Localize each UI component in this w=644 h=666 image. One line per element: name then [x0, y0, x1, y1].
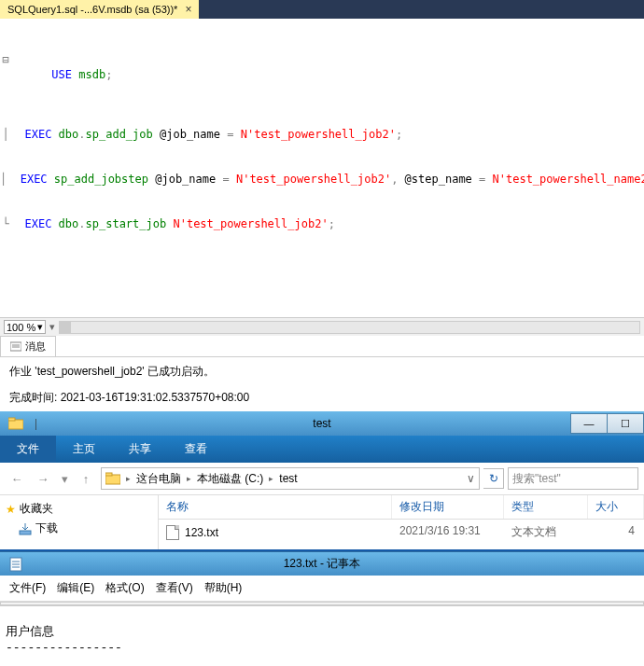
messages-panel: 作业 'test_powershell_job2' 已成功启动。 完成时间: 2…	[0, 357, 644, 411]
breadcrumb-folder[interactable]: test	[279, 472, 297, 485]
sql-tab-bar: SQLQuery1.sql -...6V.msdb (sa (53))* ×	[0, 0, 644, 19]
sql-query-tab[interactable]: SQLQuery1.sql -...6V.msdb (sa (53))* ×	[0, 0, 199, 19]
ribbon-home-tab[interactable]: 主页	[56, 436, 112, 463]
explorer-file-list: 名称 修改日期 类型 大小 123.txt 2021/3/16 19:31 文本…	[159, 495, 644, 549]
address-bar[interactable]: ▸ 这台电脑 ▸ 本地磁盘 (C:) ▸ test ∨	[101, 467, 480, 490]
col-type[interactable]: 类型	[504, 495, 588, 519]
text-file-icon	[166, 525, 179, 540]
ribbon-file-button[interactable]: 文件	[0, 436, 56, 463]
sidebar-favorites[interactable]: ★ 收藏夹	[6, 499, 152, 519]
column-headers: 名称 修改日期 类型 大小	[159, 495, 644, 520]
outline-collapse-icon[interactable]: ⊟	[0, 52, 11, 97]
forward-button[interactable]: →	[32, 467, 54, 490]
chevron-right-icon[interactable]: ▸	[187, 474, 191, 483]
ribbon-share-tab[interactable]: 共享	[112, 436, 168, 463]
results-tabs: 消息	[0, 336, 644, 357]
notepad-content[interactable]: 用户信息 ---------------- 用户名 SID ==========…	[0, 605, 644, 666]
chevron-right-icon[interactable]: ▸	[269, 474, 273, 483]
minimize-button[interactable]: —	[570, 413, 608, 434]
sidebar-downloads[interactable]: 下载	[6, 519, 152, 538]
close-icon[interactable]: ×	[185, 3, 191, 16]
folder-icon	[6, 413, 26, 434]
sql-editor[interactable]: ⊟ USE msdb; │ EXEC dbo.sp_add_job @job_n…	[0, 19, 644, 317]
explorer-body: ★ 收藏夹 下载 名称 修改日期 类型 大小 123.txt 2021/3/16…	[0, 495, 644, 551]
message-icon	[10, 341, 21, 353]
zoom-bar: 100 % ▾ ▾	[0, 317, 644, 336]
svg-rect-6	[105, 473, 112, 476]
file-size: 4	[588, 522, 644, 542]
breadcrumb-drive[interactable]: 本地磁盘 (C:)	[197, 471, 263, 487]
col-date[interactable]: 修改日期	[392, 495, 504, 519]
menu-help[interactable]: 帮助(H)	[201, 578, 246, 598]
chevron-right-icon[interactable]: ▸	[126, 474, 131, 483]
menu-view[interactable]: 查看(V)	[152, 578, 197, 598]
explorer-nav: ← → ▾ ↑ ▸ 这台电脑 ▸ 本地磁盘 (C:) ▸ test ∨ ↻ 搜索…	[0, 463, 644, 495]
col-name[interactable]: 名称	[159, 495, 392, 519]
sql-tab-title: SQLQuery1.sql -...6V.msdb (sa (53))*	[7, 4, 177, 15]
history-dropdown[interactable]: ▾	[58, 467, 71, 490]
message-completion-time: 完成时间: 2021-03-16T19:31:02.5337570+08:00	[9, 389, 635, 406]
up-button[interactable]: ↑	[75, 467, 97, 490]
qat-sep: │	[32, 419, 41, 429]
file-name: 123.txt	[185, 526, 218, 539]
zoom-dropdown[interactable]: 100 % ▾	[4, 320, 46, 334]
refresh-button[interactable]: ↻	[483, 468, 504, 489]
notepad-icon	[6, 554, 26, 575]
explorer-titlebar[interactable]: │ test — ☐	[0, 411, 644, 436]
folder-icon	[105, 472, 120, 485]
notepad-title: 123.txt - 记事本	[284, 556, 361, 572]
notepad-titlebar[interactable]: 123.txt - 记事本	[0, 551, 644, 576]
horizontal-scrollbar[interactable]	[59, 321, 640, 334]
file-row[interactable]: 123.txt 2021/3/16 19:31 文本文档 4	[159, 520, 644, 545]
explorer-ribbon: 文件 主页 共享 查看	[0, 436, 644, 463]
menu-format[interactable]: 格式(O)	[102, 578, 147, 598]
message-line: 作业 'test_powershell_job2' 已成功启动。	[9, 363, 635, 380]
ribbon-view-tab[interactable]: 查看	[168, 436, 224, 463]
star-icon: ★	[6, 503, 16, 516]
messages-tab[interactable]: 消息	[0, 336, 56, 356]
back-button[interactable]: ←	[6, 467, 28, 490]
svg-rect-4	[8, 418, 15, 421]
col-size[interactable]: 大小	[588, 495, 644, 519]
svg-rect-7	[20, 531, 31, 534]
address-dropdown-icon[interactable]: ∨	[467, 472, 475, 485]
file-type: 文本文档	[504, 522, 588, 542]
chevron-down-icon: ▾	[37, 321, 43, 333]
explorer-title: test	[313, 417, 330, 430]
breadcrumb-pc[interactable]: 这台电脑	[136, 471, 181, 487]
search-placeholder: 搜索"test"	[512, 471, 561, 487]
notepad-menubar: 文件(F) 编辑(E) 格式(O) 查看(V) 帮助(H)	[0, 576, 644, 602]
file-date: 2021/3/16 19:31	[392, 522, 504, 542]
menu-edit[interactable]: 编辑(E)	[53, 578, 98, 598]
menu-file[interactable]: 文件(F)	[6, 578, 49, 598]
download-icon	[19, 522, 32, 535]
messages-tab-label: 消息	[25, 340, 46, 354]
maximize-button[interactable]: ☐	[607, 413, 644, 434]
explorer-sidebar: ★ 收藏夹 下载	[0, 495, 159, 549]
search-input[interactable]: 搜索"test"	[508, 467, 638, 490]
